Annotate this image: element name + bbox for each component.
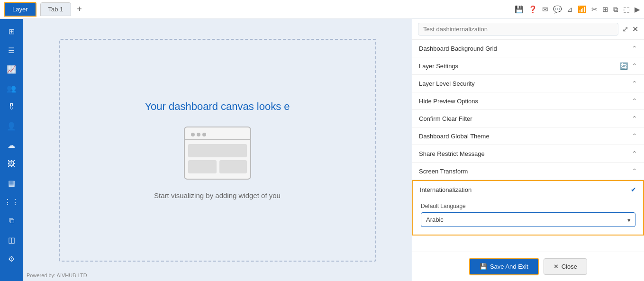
expand-panel-icon[interactable]: ⤢ [622,25,628,34]
canvas-area: Your dashboard canvas looks e Start visu… [23,19,412,281]
widget-illustration [180,122,255,184]
close-button[interactable]: ✕ Close [544,258,587,275]
accordion-row-layer-security[interactable]: Layer Level Security ⌃ [412,75,644,92]
accordion-row-internationalization[interactable]: Internationalization ✔ [413,181,643,198]
canvas-title: Your dashboard canvas looks e [145,100,290,113]
sidebar-icon-filter[interactable]: ⧉ [3,212,20,229]
panel-footer: 💾 Save And Exit ✕ Close [412,252,644,281]
save-and-exit-button[interactable]: 💾 Save And Exit [469,258,539,275]
accordion-row-share-restrict[interactable]: Share Restrict Message ⌃ [412,145,644,162]
accordion-label-confirm-clear: Confirm Clear Filter [419,115,472,122]
sidebar-icon-settings[interactable]: ⚙ [3,250,20,267]
svg-point-1 [191,133,195,136]
comment-icon[interactable]: 💬 [553,5,562,14]
chevron-icon-layer-security: ⌃ [632,80,637,87]
chevron-icon-share-restrict: ⌃ [632,150,637,157]
layer-settings-icons: 🔄 ⌃ [620,62,637,70]
svg-rect-5 [188,144,247,157]
chevron-icon-layer-settings: ⌃ [632,62,637,70]
accordion-label-share-restrict: Share Restrict Message [419,150,485,157]
accordion-label-hide-preview: Hide Preview Options [419,98,478,105]
sidebar-icon-drag[interactable]: ⋮⋮ [3,193,20,210]
svg-rect-6 [188,160,217,173]
accordion-item-global-theme: Dashboard Global Theme ⌃ [412,127,644,145]
accordion-label-layer-security: Layer Level Security [419,80,475,87]
sidebar-icon-badge[interactable]: 🎖 [3,99,20,116]
close-label: Close [562,263,577,270]
copy-icon[interactable]: ⧉ [613,5,618,14]
accordion-row-confirm-clear[interactable]: Confirm Clear Filter ⌃ [412,110,644,127]
sidebar-icon-cloud[interactable]: ☁ [3,136,20,154]
accordion-item-confirm-clear: Confirm Clear Filter ⌃ [412,110,644,127]
svg-point-3 [202,133,206,136]
accordion-item-screen-transform: Screen Transform ⌃ [412,163,644,180]
chevron-icon-global-theme: ⌃ [632,132,637,140]
sidebar-icon-list[interactable]: ☰ [3,42,20,59]
powered-by: Powered by: AIVHUB LTD [27,272,87,278]
panel-search-input[interactable] [418,23,618,36]
accordion-row-layer-settings[interactable]: Layer Settings 🔄 ⌃ [412,57,644,74]
accordion-item-background-grid: Dashboard Background Grid ⌃ [412,40,644,57]
panel-header: ⤢ ✕ [412,19,644,40]
chevron-icon-internationalization: ✔ [631,186,636,193]
refresh-icon[interactable]: 🔄 [620,62,628,70]
save-icon[interactable]: 💾 [515,5,524,14]
accordion-row-screen-transform[interactable]: Screen Transform ⌃ [412,163,644,180]
sidebar-icon-layers[interactable]: ◫ [3,231,20,248]
play-icon[interactable]: ▶ [635,5,640,14]
chevron-icon-hide-preview: ⌃ [632,97,637,105]
panel-header-icons: ⤢ ✕ [622,25,638,34]
svg-rect-4 [184,139,251,140]
top-bar-icons: 💾 ❓ ✉ 💬 ⊿ 📶 ✂ ⊞ ⧉ ⬚ ▶ [515,5,640,14]
accordion-label-background-grid: Dashboard Background Grid [419,45,497,52]
wifi-icon[interactable]: 📶 [578,5,587,14]
close-panel-icon[interactable]: ✕ [632,25,638,34]
save-label: Save And Exit [490,263,528,270]
accordion-label-internationalization: Internationalization [420,186,472,193]
sidebar-icon-person[interactable]: 👤 [3,118,20,135]
sidebar-icon-table[interactable]: ▦ [3,174,20,191]
sidebar: ⊞ ☰ 📈 👥 🎖 👤 ☁ 🖼 ▦ ⋮⋮ ⧉ ◫ ⚙ [0,19,23,281]
accordion-label-global-theme: Dashboard Global Theme [419,133,490,140]
chevron-icon-background-grid: ⌃ [632,45,637,52]
tab-layer[interactable]: Layer [4,2,36,17]
email-icon[interactable]: ✉ [542,5,548,14]
grid2-icon[interactable]: ⊞ [602,5,608,14]
main-layout: ⊞ ☰ 📈 👥 🎖 👤 ☁ 🖼 ▦ ⋮⋮ ⧉ ◫ ⚙ Your dashboar… [0,19,644,281]
close-x-icon: ✕ [553,263,559,270]
tab-1[interactable]: Tab 1 [40,2,72,16]
accordion-row-hide-preview[interactable]: Hide Preview Options ⌃ [412,92,644,109]
chevron-icon-confirm-clear: ⌃ [632,115,637,122]
sidebar-icon-users[interactable]: 👥 [3,80,20,97]
accordion-label-layer-settings: Layer Settings [419,63,458,70]
right-panel: ⤢ ✕ Dashboard Background Grid ⌃ Layer Se… [412,19,644,281]
help-icon[interactable]: ❓ [528,5,537,14]
default-language-label: Default Language [421,203,635,209]
top-bar: Layer Tab 1 + 💾 ❓ ✉ 💬 ⊿ 📶 ✂ ⊞ ⧉ ⬚ ▶ [0,0,644,19]
expand-icon[interactable]: ⬚ [623,5,630,14]
sidebar-icon-grid[interactable]: ⊞ [3,23,20,40]
accordion-item-internationalization: Internationalization ✔ Default Language … [412,180,644,236]
sidebar-icon-image[interactable]: 🖼 [3,155,20,172]
cut-icon[interactable]: ✂ [591,5,598,14]
accordion-body-internationalization: Default Language Arabic English French S… [413,198,643,235]
accordion-item-share-restrict: Share Restrict Message ⌃ [412,145,644,163]
svg-rect-7 [219,160,247,173]
accordion-item-layer-settings: Layer Settings 🔄 ⌃ [412,57,644,75]
canvas-content: Your dashboard canvas looks e Start visu… [59,39,376,262]
accordion-item-layer-security: Layer Level Security ⌃ [412,75,644,92]
svg-point-2 [197,133,200,136]
accordion-item-hide-preview: Hide Preview Options ⌃ [412,92,644,110]
language-select-wrapper: Arabic English French Spanish German [421,212,635,227]
accordion-row-background-grid[interactable]: Dashboard Background Grid ⌃ [412,40,644,57]
add-tab-button[interactable]: + [73,4,86,14]
accordion-label-screen-transform: Screen Transform [419,168,468,175]
canvas-subtitle: Start visualizing by adding widget of yo… [154,191,281,199]
accordion-row-global-theme[interactable]: Dashboard Global Theme ⌃ [412,127,644,145]
sidebar-icon-chart[interactable]: 📈 [3,61,20,78]
filter2-icon[interactable]: ⊿ [567,5,573,14]
language-select[interactable]: Arabic English French Spanish German [421,212,635,227]
chevron-icon-screen-transform: ⌃ [632,167,637,175]
accordion-list: Dashboard Background Grid ⌃ Layer Settin… [412,40,644,252]
save-icon: 💾 [480,263,487,270]
